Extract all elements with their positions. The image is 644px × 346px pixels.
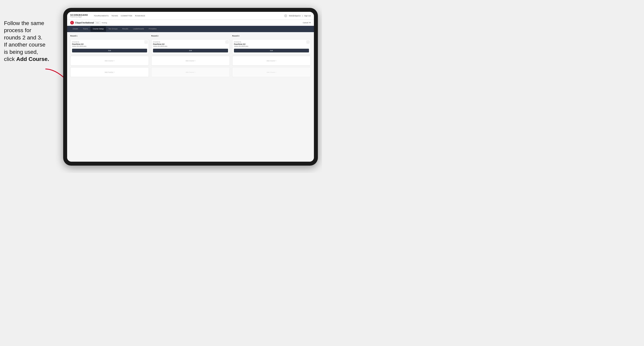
instruction-text: Follow the same process for rounds 2 and… xyxy=(0,18,61,65)
add-course-r3-slot1[interactable]: Add Course + xyxy=(232,56,311,66)
content-area: Round 1 ○ (Course A) Peachtree GC Yellow… xyxy=(67,32,314,162)
round-2-column: Round 2 ○ (Course A) Peachtree GC Yellow… xyxy=(151,35,230,77)
nav-tournaments[interactable]: TOURNAMENTS xyxy=(94,15,108,17)
add-course-r3-slot2-label: Add Course + xyxy=(266,71,276,73)
tab-results[interactable]: Results xyxy=(120,26,131,32)
remove-course-r3[interactable]: ○ xyxy=(306,41,309,43)
tablet-frame: SCOREBOARD Powered by clippd TOURNAMENTS… xyxy=(63,8,318,166)
add-course-r2-slot1[interactable]: Add Course + xyxy=(151,56,230,66)
round-1-label: Round 1 xyxy=(70,35,149,37)
course-card-r3: ○ (Course A) Peachtree GC Yellow (M) (66… xyxy=(232,39,311,54)
remove-course-r2[interactable]: ○ xyxy=(226,41,228,43)
add-course-r2-slot2-label: Add Course + xyxy=(186,71,195,73)
round-3-label: Round 3 xyxy=(232,35,311,37)
user-email: blair@clippd.io xyxy=(289,15,300,17)
round-2-label: Round 2 xyxy=(151,35,230,37)
tournament-badge: Men xyxy=(95,21,100,24)
tournament-info: C Clippd Invitational Men Hosting xyxy=(70,21,107,24)
tab-teams[interactable]: Teams xyxy=(80,26,90,32)
course-name-r1: Peachtree GC xyxy=(72,43,147,45)
logo-sub: Powered by clippd xyxy=(70,16,88,17)
course-tag-r3: (Course A) xyxy=(234,41,309,43)
course-name-r2: Peachtree GC xyxy=(153,43,228,45)
tab-tee-groups[interactable]: Tee Groups xyxy=(106,26,120,32)
round-1-column: Round 1 ○ (Course A) Peachtree GC Yellow… xyxy=(70,35,149,77)
add-course-r2-slot2: Add Course + xyxy=(151,67,230,77)
course-card-r1: ○ (Course A) Peachtree GC Yellow (M) (66… xyxy=(70,39,149,54)
cancel-button[interactable]: Cancel✕ xyxy=(303,22,311,24)
nav-rankings[interactable]: RANKINGS xyxy=(135,15,145,17)
sign-out-link[interactable]: Sign out xyxy=(304,15,311,17)
top-nav: SCOREBOARD Powered by clippd TOURNAMENTS… xyxy=(67,12,314,20)
tournament-name: Clippd Invitational xyxy=(75,21,94,24)
nav-teams[interactable]: TEAMS xyxy=(111,15,118,17)
course-details-r1: Yellow (M) (6629 yds) xyxy=(72,45,147,47)
edit-button-r2[interactable]: Edit xyxy=(153,49,228,52)
tab-course-setup[interactable]: Course Setup xyxy=(90,26,106,32)
tab-leaderboards[interactable]: Leaderboards xyxy=(131,26,146,32)
tablet-screen: SCOREBOARD Powered by clippd TOURNAMENTS… xyxy=(67,12,314,162)
add-course-r3-slot1-label: Add Course + xyxy=(266,60,276,62)
add-course-r1-slot2[interactable]: Add Course + xyxy=(70,67,149,77)
course-details-r2: Yellow (M) (6629 yds) xyxy=(153,45,228,47)
edit-button-r1[interactable]: Edit xyxy=(72,49,147,52)
nav-right: blair@clippd.io | Sign out xyxy=(284,14,311,17)
rounds-grid: Round 1 ○ (Course A) Peachtree GC Yellow… xyxy=(70,35,311,77)
add-course-r1-slot1[interactable]: Add Course + xyxy=(70,56,149,66)
user-avatar xyxy=(284,14,287,17)
course-tag-r2: (Course A) xyxy=(153,41,228,43)
edit-button-r3[interactable]: Edit xyxy=(234,49,309,52)
nav-links: TOURNAMENTS TEAMS COMMITTEE RANKINGS xyxy=(94,15,280,17)
course-details-r3: Yellow (M) (6629 yds) xyxy=(234,45,309,47)
logo-main: SCOREBOARD xyxy=(70,14,88,16)
tab-bar: Details Teams Course Setup Tee Groups Re… xyxy=(67,26,314,32)
bold-text: Add Course. xyxy=(16,56,49,62)
c-logo: C xyxy=(70,21,74,24)
pipe-separator: | xyxy=(302,15,303,17)
add-course-r1-slot2-label: Add Course + xyxy=(105,71,114,73)
scoreboard-logo: SCOREBOARD Powered by clippd xyxy=(70,14,88,17)
add-course-r1-slot1-label: Add Course + xyxy=(105,60,114,62)
tab-printables[interactable]: Printables xyxy=(146,26,159,32)
add-course-r2-slot1-label: Add Course + xyxy=(186,60,195,62)
nav-committee[interactable]: COMMITTEE xyxy=(121,15,132,17)
course-card-r2: ○ (Course A) Peachtree GC Yellow (M) (66… xyxy=(151,39,230,54)
hosting-badge: Hosting xyxy=(102,22,107,24)
add-course-r3-slot2: Add Course + xyxy=(232,67,311,77)
tab-details[interactable]: Details xyxy=(70,26,80,32)
round-3-column: Round 3 ○ (Course A) Peachtree GC Yellow… xyxy=(232,35,311,77)
course-name-r3: Peachtree GC xyxy=(234,43,309,45)
remove-course-r1[interactable]: ○ xyxy=(145,41,148,43)
sub-header: C Clippd Invitational Men Hosting Cancel… xyxy=(67,20,314,26)
course-tag-r1: (Course A) xyxy=(72,41,147,43)
